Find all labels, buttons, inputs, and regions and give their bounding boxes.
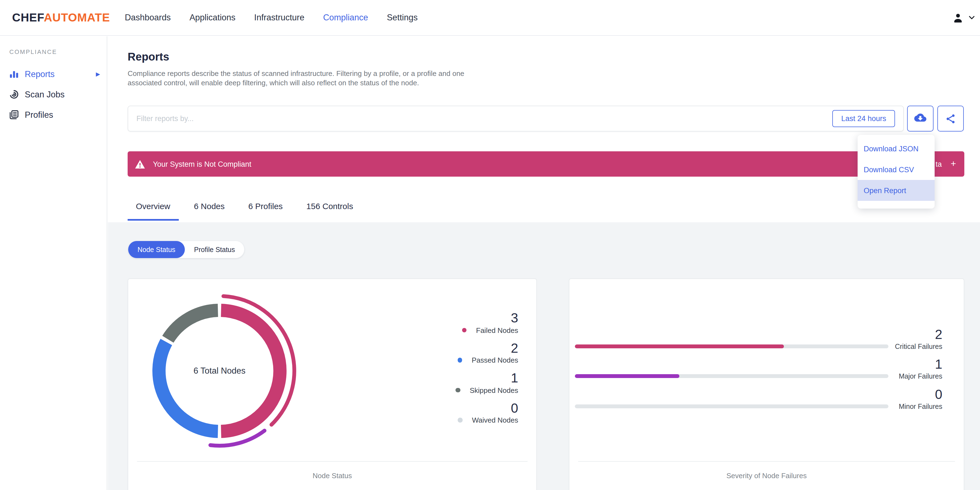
waived-dot-icon — [458, 418, 463, 423]
user-menu[interactable] — [952, 12, 980, 23]
banner-message: Your System is Not Compliant — [153, 160, 251, 168]
legend-failed-nodes: 3 Failed Nodes — [456, 311, 518, 335]
menu-item-download-csv[interactable]: Download CSV — [858, 159, 935, 180]
download-menu: Download JSON Download CSV Open Report — [858, 135, 935, 208]
bar-chart-icon — [10, 69, 19, 79]
sidebar-item-label: Reports — [25, 69, 55, 79]
critical-failures-row: 2 Critical Failures — [575, 327, 942, 352]
share-button[interactable] — [937, 106, 964, 132]
plus-icon[interactable]: + — [951, 159, 956, 169]
page-title: Reports — [127, 51, 169, 63]
major-progress-fill — [575, 374, 679, 378]
sidebar-item-reports[interactable]: Reports ▶ — [0, 64, 107, 84]
share-icon — [945, 113, 956, 124]
menu-item-open-report[interactable]: Open Report — [858, 180, 935, 201]
severity-card: 2 Critical Failures 1 Major Failures 0 M… — [569, 278, 964, 490]
download-report-button[interactable] — [907, 106, 934, 132]
progress-track — [575, 344, 888, 348]
legend-value: 1 — [456, 371, 518, 385]
legend-waived-nodes: 0 Waived Nodes — [456, 401, 518, 425]
documents-icon — [10, 110, 19, 119]
tab-controls[interactable]: 156 Controls — [298, 201, 361, 221]
failed-dot-icon — [462, 328, 467, 332]
person-icon — [952, 12, 964, 23]
toggle-node-status[interactable]: Node Status — [128, 241, 185, 258]
legend-passed-nodes: 2 Passed Nodes — [456, 341, 518, 365]
legend-label: Passed Nodes — [472, 356, 518, 364]
severity-label: Critical Failures — [889, 342, 942, 352]
sidebar-item-profiles[interactable]: Profiles — [0, 105, 107, 125]
card-divider — [137, 461, 528, 462]
node-status-legend: 3 Failed Nodes 2 Passed Nodes 1 Skipped … — [456, 311, 518, 431]
nav-infrastructure[interactable]: Infrastructure — [254, 13, 304, 22]
severity-value: 2 — [889, 327, 942, 342]
minor-failures-row: 0 Minor Failures — [575, 387, 942, 412]
severity-value: 0 — [889, 387, 942, 402]
nav-settings[interactable]: Settings — [387, 13, 417, 22]
card-caption: Node Status — [128, 472, 536, 480]
card-caption: Severity of Node Failures — [570, 472, 964, 480]
critical-progress-fill — [575, 344, 784, 348]
compliance-banner: Your System is Not Compliant ta + — [127, 151, 964, 177]
node-status-card: 6 Total Nodes 3 Failed Nodes 2 Passed No… — [127, 278, 537, 490]
brand-logo[interactable]: CHEFAUTOMATE — [12, 11, 110, 24]
donut-center-label: 6 Total Nodes — [143, 294, 296, 448]
progress-track — [575, 404, 888, 408]
tab-overview[interactable]: Overview — [127, 201, 178, 221]
severity-label: Major Failures — [889, 372, 942, 381]
tab-profiles[interactable]: 6 Profiles — [240, 201, 291, 221]
nav-dashboards[interactable]: Dashboards — [125, 13, 171, 22]
major-failures-row: 1 Major Failures — [575, 356, 942, 381]
brand-automate: AUTOMATE — [44, 11, 110, 24]
top-nav: CHEFAUTOMATE Dashboards Applications Inf… — [0, 0, 980, 36]
legend-value: 2 — [456, 341, 518, 355]
brand-chef: CHEF — [12, 11, 44, 24]
card-divider — [578, 461, 955, 462]
chevron-down-icon — [969, 15, 975, 20]
submenu-arrow-icon: ▶ — [96, 71, 100, 77]
filter-bar: Last 24 hours — [127, 106, 904, 132]
status-toggle: Node Status Profile Status — [128, 241, 244, 258]
time-range-button[interactable]: Last 24 hours — [832, 110, 895, 127]
severity-value: 1 — [889, 356, 942, 372]
passed-dot-icon — [458, 358, 462, 363]
sidebar: COMPLIANCE Reports ▶ — [0, 36, 107, 490]
legend-value: 3 — [456, 311, 518, 325]
progress-track — [575, 374, 888, 378]
severity-label: Minor Failures — [889, 402, 942, 412]
legend-label: Waived Nodes — [472, 416, 518, 424]
sidebar-section-label: COMPLIANCE — [10, 48, 107, 55]
cloud-download-icon — [914, 113, 926, 124]
warning-icon — [135, 159, 145, 169]
toggle-profile-status[interactable]: Profile Status — [185, 241, 245, 258]
nav-compliance[interactable]: Compliance — [323, 13, 368, 22]
menu-item-download-json[interactable]: Download JSON — [858, 138, 935, 159]
sidebar-item-label: Profiles — [25, 110, 53, 120]
tab-nodes[interactable]: 6 Nodes — [186, 201, 233, 221]
sidebar-item-label: Scan Jobs — [25, 89, 65, 99]
legend-skipped-nodes: 1 Skipped Nodes — [456, 371, 518, 395]
filter-reports-input[interactable] — [128, 115, 832, 123]
banner-text-fragment: ta — [936, 160, 942, 168]
report-tabs: Overview 6 Nodes 6 Profiles 156 Controls — [127, 201, 369, 221]
node-status-donut-chart: 6 Total Nodes — [143, 294, 296, 448]
main-nav: Dashboards Applications Infrastructure C… — [125, 13, 418, 22]
legend-value: 0 — [456, 401, 518, 415]
page-description: Compliance reports describe the status o… — [127, 69, 468, 88]
legend-label: Skipped Nodes — [470, 386, 518, 394]
skipped-dot-icon — [456, 388, 460, 393]
sidebar-item-scan-jobs[interactable]: Scan Jobs — [0, 84, 107, 105]
radar-icon — [10, 90, 19, 99]
legend-label: Failed Nodes — [476, 326, 518, 334]
nav-applications[interactable]: Applications — [189, 13, 235, 22]
